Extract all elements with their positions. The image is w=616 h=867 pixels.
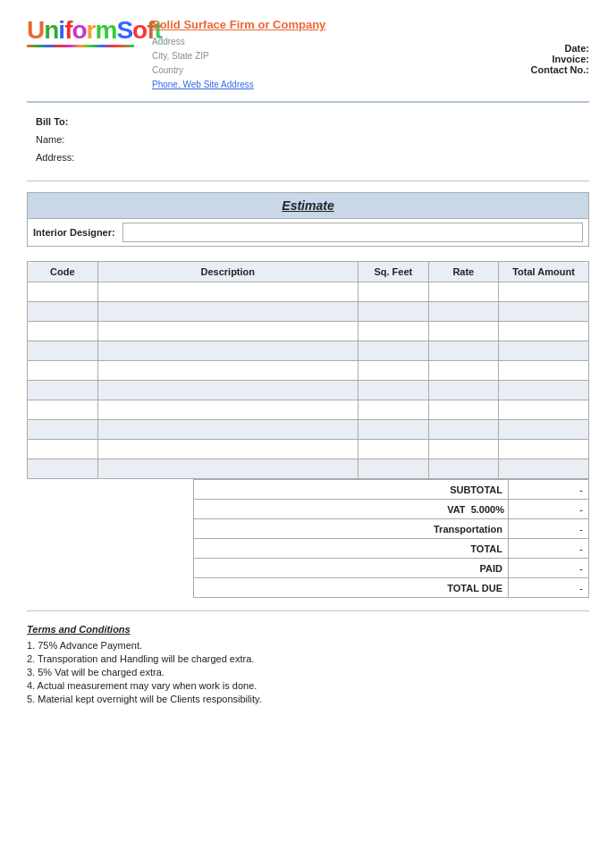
cell-sqfeet[interactable] xyxy=(359,322,429,341)
subtotal-label: SUBTOTAL xyxy=(194,480,509,500)
cell-total[interactable] xyxy=(499,322,589,341)
address-line1: Address xyxy=(152,35,482,49)
bill-to-section: Bill To: Name: Address: xyxy=(27,114,589,166)
total-due-row: TOTAL DUE - xyxy=(27,578,589,598)
cell-code[interactable] xyxy=(28,400,98,420)
cell-rate[interactable] xyxy=(428,361,499,381)
vat-label-cell: VAT 5.000% xyxy=(194,500,509,519)
cell-sqfeet[interactable] xyxy=(359,302,429,322)
paid-row: PAID - xyxy=(27,559,589,578)
header-divider xyxy=(27,101,589,103)
cell-rate[interactable] xyxy=(428,302,499,322)
header-section: UniformSoft Solid Surface Firm or Compan… xyxy=(27,18,589,92)
cell-code[interactable] xyxy=(28,322,98,341)
transportation-label: Transportation xyxy=(194,519,509,539)
total-label: TOTAL xyxy=(194,539,509,559)
cell-sqfeet[interactable] xyxy=(359,381,429,400)
cell-description[interactable] xyxy=(97,341,359,361)
cell-total[interactable] xyxy=(499,400,589,420)
paid-label: PAID xyxy=(194,559,509,578)
header-right: Date: Invoice: Contact No.: xyxy=(482,18,589,75)
cell-rate[interactable] xyxy=(428,322,499,341)
cell-sqfeet[interactable] xyxy=(359,282,429,302)
terms-list: 1. 75% Advance Payment.2. Transporation … xyxy=(27,640,589,704)
table-row xyxy=(28,440,589,459)
cell-code[interactable] xyxy=(28,302,98,322)
cell-sqfeet[interactable] xyxy=(359,459,429,479)
interior-designer-input[interactable] xyxy=(122,223,583,242)
cell-code[interactable] xyxy=(28,282,98,302)
vat-label: VAT xyxy=(447,504,465,515)
cell-sqfeet[interactable] xyxy=(359,361,429,381)
cell-rate[interactable] xyxy=(428,400,499,420)
interior-designer-label: Interior Designer: xyxy=(33,227,122,238)
terms-item: 2. Transporation and Handling will be ch… xyxy=(27,653,589,664)
cell-rate[interactable] xyxy=(428,440,499,459)
cell-code[interactable] xyxy=(28,420,98,440)
table-row xyxy=(28,361,589,381)
cell-total[interactable] xyxy=(499,440,589,459)
bill-divider xyxy=(27,181,589,181)
cell-description[interactable] xyxy=(97,381,359,400)
logo-image: UniformSoft xyxy=(27,18,143,43)
table-row xyxy=(28,400,589,420)
cell-description[interactable] xyxy=(97,322,359,341)
cell-rate[interactable] xyxy=(428,459,499,479)
cell-sqfeet[interactable] xyxy=(359,420,429,440)
bill-to-name: Name: xyxy=(36,131,589,149)
cell-rate[interactable] xyxy=(428,341,499,361)
cell-total[interactable] xyxy=(499,361,589,381)
cell-description[interactable] xyxy=(97,440,359,459)
estimate-title: Estimate xyxy=(28,193,588,219)
company-info: Solid Surface Firm or Company Address Ci… xyxy=(143,18,482,92)
cell-sqfeet[interactable] xyxy=(359,341,429,361)
cell-sqfeet[interactable] xyxy=(359,440,429,459)
table-row xyxy=(28,341,589,361)
terms-item: 1. 75% Advance Payment. xyxy=(27,640,589,651)
terms-title: Terms and Conditions xyxy=(27,624,589,635)
cell-description[interactable] xyxy=(97,361,359,381)
cell-code[interactable] xyxy=(28,381,98,400)
cell-rate[interactable] xyxy=(428,420,499,440)
bill-to-title: Bill To: xyxy=(36,114,589,131)
col-header-rate: Rate xyxy=(428,262,499,282)
cell-sqfeet[interactable] xyxy=(359,400,429,420)
cell-total[interactable] xyxy=(499,459,589,479)
transportation-value: - xyxy=(509,519,589,539)
invoice-label: Invoice: xyxy=(482,54,589,64)
table-row xyxy=(28,322,589,341)
terms-section: Terms and Conditions 1. 75% Advance Paym… xyxy=(27,624,589,704)
cell-code[interactable] xyxy=(28,459,98,479)
vat-value: - xyxy=(509,500,589,519)
cell-total[interactable] xyxy=(499,341,589,361)
phone-link[interactable]: Phone, Web Site Address xyxy=(152,80,254,89)
cell-description[interactable] xyxy=(97,302,359,322)
subtotal-row: SUBTOTAL - xyxy=(27,480,589,500)
terms-item: 3. 5% Vat will be charged extra. xyxy=(27,667,589,678)
cell-description[interactable] xyxy=(97,420,359,440)
cell-description[interactable] xyxy=(97,459,359,479)
subtotal-value: - xyxy=(509,480,589,500)
interior-designer-row: Interior Designer: xyxy=(28,219,588,246)
cell-total[interactable] xyxy=(499,282,589,302)
cell-total[interactable] xyxy=(499,381,589,400)
cell-code[interactable] xyxy=(28,440,98,459)
col-header-total: Total Amount xyxy=(499,262,589,282)
total-due-label: TOTAL DUE xyxy=(194,578,509,598)
table-row xyxy=(28,282,589,302)
total-due-value: - xyxy=(509,578,589,598)
cell-rate[interactable] xyxy=(428,282,499,302)
cell-code[interactable] xyxy=(28,361,98,381)
address-line2: City, State ZIP xyxy=(152,49,482,63)
transportation-row: Transportation - xyxy=(27,519,589,539)
cell-description[interactable] xyxy=(97,282,359,302)
cell-code[interactable] xyxy=(28,341,98,361)
total-value: - xyxy=(509,539,589,559)
col-header-description: Description xyxy=(97,262,359,282)
cell-description[interactable] xyxy=(97,400,359,420)
company-name: Solid Surface Firm or Company xyxy=(152,18,482,31)
date-label: Date: xyxy=(482,43,589,54)
cell-total[interactable] xyxy=(499,420,589,440)
cell-total[interactable] xyxy=(499,302,589,322)
cell-rate[interactable] xyxy=(428,381,499,400)
